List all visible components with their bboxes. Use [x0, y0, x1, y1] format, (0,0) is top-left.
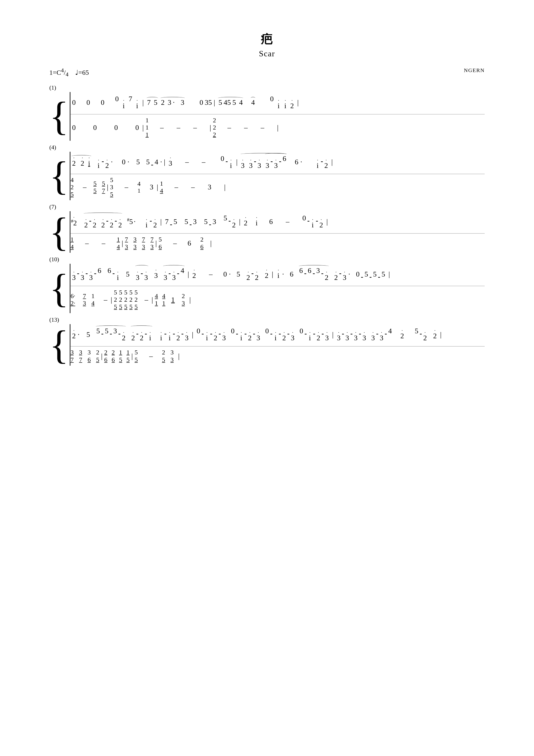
note: 6 — [96, 266, 103, 275]
note: 0 — [85, 98, 91, 107]
note: 0 — [91, 123, 98, 132]
brace-10: { — [49, 264, 69, 313]
note: •2 — [323, 271, 330, 282]
note: 3 — [166, 98, 173, 107]
chord-525c: 5 2 5 — [124, 289, 127, 310]
barline: | — [191, 330, 194, 339]
note-group-0i2: 0 •i — [219, 154, 234, 170]
bass-13: 3 7 3 7 3 6 2 5 — [70, 347, 485, 366]
note: •3 — [79, 271, 86, 282]
note: •2 — [108, 218, 115, 229]
note-group-333336: •3 •3 •3 •3 •3 6 — [239, 154, 288, 170]
note: 5 — [114, 289, 117, 296]
section-label-7: (7) — [49, 203, 485, 210]
note: •3 — [324, 331, 330, 342]
note: 4 — [153, 158, 160, 166]
note: 3 — [88, 349, 90, 356]
aug-dot: · — [282, 270, 284, 278]
note: 7 — [145, 98, 152, 107]
note-group-53b: 5 3 — [203, 218, 218, 226]
chord-525e: 5 2 5 — [135, 289, 138, 310]
note: •2 — [175, 331, 181, 342]
note: 3 — [125, 243, 128, 251]
brace-13: { — [49, 324, 69, 366]
section-13: (13) { •2· 5 5 5 3 •2 — [49, 316, 485, 366]
note: 3 — [150, 243, 154, 251]
chord-bass-1: 1 1 1 — [145, 117, 149, 139]
note: 6 — [112, 356, 115, 364]
note: 7 — [79, 356, 82, 364]
barline-end: | — [276, 123, 280, 132]
section-label-13: (13) — [49, 316, 485, 323]
note: •2 — [191, 269, 198, 280]
barline: | — [235, 158, 239, 166]
note: 3 — [191, 218, 198, 226]
note: – — [173, 183, 180, 191]
note-group-52: 5 •2 — [222, 214, 237, 229]
barline: | — [150, 296, 154, 304]
note: •2 — [253, 271, 260, 282]
chord-14: 1 4 — [160, 180, 163, 194]
barline: | — [155, 183, 160, 191]
note: •2 — [120, 331, 127, 342]
barline-end: | — [188, 296, 192, 304]
note: 5 — [203, 218, 209, 226]
barline-end: | — [387, 270, 391, 278]
note: 2 — [162, 349, 165, 356]
note: 0 — [195, 327, 202, 335]
note: 6 — [159, 243, 162, 251]
note: 1 — [160, 180, 163, 187]
barline: | — [163, 158, 166, 166]
note: •3 — [289, 331, 296, 342]
tempo: ♩=65 — [75, 69, 89, 76]
note: 7 — [125, 236, 128, 243]
note: 5 — [124, 270, 131, 278]
note: •i — [309, 218, 316, 229]
note: 0 — [198, 98, 205, 107]
barline-end: | — [209, 239, 213, 247]
note: – — [84, 239, 90, 247]
note-group-334: •3 •3 4 — [162, 266, 186, 282]
note-group-0i7i: 0•i7•i — [114, 95, 140, 110]
note: •i — [314, 159, 321, 170]
note: •i — [253, 216, 260, 227]
note-group-4: 4 — [250, 98, 256, 107]
chord-57: 5 7 — [102, 180, 105, 194]
note-group-75: 7 5 — [145, 98, 159, 107]
chord-525b: 5 2 5 — [119, 289, 122, 310]
aug-dot: · — [111, 158, 113, 166]
note: •2 — [152, 218, 158, 229]
barline: | — [141, 98, 145, 107]
note: 35 — [205, 98, 212, 107]
note-group-i2end: •i •2 — [314, 154, 329, 170]
barline: | — [159, 218, 163, 226]
note-group-i2dot: •i •2 — [95, 154, 110, 170]
note: •3 — [341, 271, 348, 282]
note: 1 — [155, 300, 158, 307]
note-group-545-54: 5 45 5 4 — [217, 98, 244, 107]
note: #5 — [126, 217, 133, 226]
note: 5 — [135, 349, 138, 356]
note: •3 — [170, 271, 177, 282]
note: 5 — [129, 303, 133, 310]
note: 7 — [70, 356, 74, 364]
note-group-334-13: •3 •3 4 — [369, 327, 394, 342]
note: 2 — [160, 98, 166, 107]
note: •2 — [231, 218, 237, 229]
note: – — [159, 123, 165, 132]
note: •i — [95, 159, 102, 170]
note: 0 — [134, 123, 140, 132]
note: •3 — [70, 271, 77, 282]
note: 6 — [306, 266, 313, 275]
note: 0 — [301, 214, 308, 222]
barline-end: | — [325, 218, 329, 226]
treble-4: • 2 • 2 • i — [70, 152, 485, 174]
note: 5 — [135, 303, 138, 310]
note: – — [123, 183, 130, 191]
note: – — [100, 239, 107, 247]
aug-dot: · — [348, 270, 350, 278]
meta-left: 1=C4/4 ♩=65 — [49, 68, 89, 78]
note: 0 — [268, 95, 275, 103]
barline: | — [141, 123, 145, 132]
note: 0 — [298, 327, 305, 335]
